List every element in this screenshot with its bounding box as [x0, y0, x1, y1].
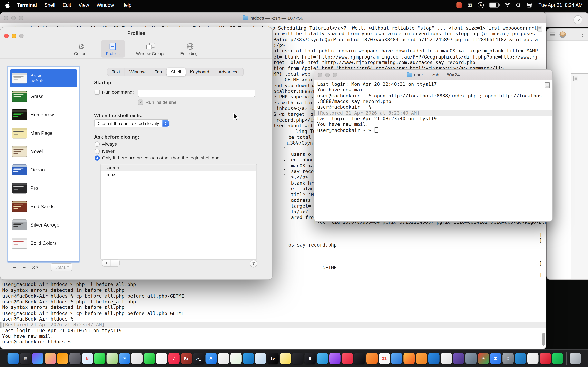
dock-icon-reminders[interactable] — [156, 353, 167, 364]
dock-icon-finder[interactable] — [7, 353, 18, 364]
profile-row-homebrew[interactable]: Homebrew — [10, 106, 77, 124]
user-titlebar[interactable]: user — -zsh — 80×24 — [314, 70, 552, 80]
dock-icon-slack[interactable] — [527, 353, 538, 364]
dock-icon-mail[interactable]: ✉ — [119, 353, 130, 364]
dock-icon-launchpad[interactable]: ▦ — [20, 353, 31, 364]
add-process-button[interactable]: + — [102, 259, 111, 267]
dock-icon-weather[interactable] — [391, 353, 402, 364]
dock-icon-tv[interactable]: tv — [267, 353, 278, 364]
dock-icon-image-capture[interactable] — [465, 353, 476, 364]
profile-row-red-sands[interactable]: Red Sands — [10, 197, 77, 216]
shell-exit-popup[interactable]: Close if the shell exited cleanly — [94, 119, 169, 127]
dock-icon-preview[interactable] — [255, 353, 266, 364]
profile-row-basic[interactable]: BasicDefault — [10, 69, 77, 87]
dock-icon-safari[interactable]: N — [81, 353, 93, 364]
terminal-settings-window[interactable]: Profiles ⚙GeneralProfilesWindow GroupsEn… — [0, 27, 273, 280]
dock-icon-textedit[interactable] — [440, 353, 452, 364]
minimize-button[interactable] — [11, 16, 16, 20]
dock-icon-chrome[interactable]: ◎ — [477, 353, 489, 364]
dock-icon-stocks[interactable] — [354, 353, 365, 364]
dock-icon-keynote[interactable] — [242, 353, 254, 364]
toolbar-general[interactable]: ⚙General — [69, 40, 93, 58]
dock-icon-filezilla[interactable]: Fz — [181, 353, 192, 364]
dock-icon-contacts[interactable] — [131, 353, 142, 364]
tab-text[interactable]: Text — [107, 68, 125, 76]
dock-icon-telegram[interactable] — [317, 353, 328, 364]
dock-icon-numbers[interactable] — [230, 353, 241, 364]
user-terminal-content[interactable]: Last login: Mon Apr 20 22:40:31 on ttys1… — [314, 80, 552, 221]
radio-always[interactable] — [95, 142, 100, 147]
dock-icon-mission-control[interactable] — [69, 353, 80, 364]
dock-icon-vscode[interactable] — [428, 353, 439, 364]
menu-edit[interactable]: Edit — [59, 2, 75, 8]
dock-icon-system-settings[interactable]: ⚙ — [502, 353, 513, 364]
profile-actions-menu-button[interactable]: ⊙ — [29, 264, 41, 271]
profile-row-novel[interactable]: Novel — [10, 142, 77, 161]
keyboard-brightness-icon[interactable]: ▦ — [467, 2, 472, 8]
toolbar-window-groups[interactable]: Window Groups — [132, 40, 169, 58]
menu-lines-icon[interactable] — [550, 34, 555, 35]
profile-row-solid-colors[interactable]: Solid Colors — [10, 234, 77, 252]
toolbar-encodings[interactable]: Encodings — [177, 40, 203, 58]
menu-view[interactable]: View — [75, 2, 93, 8]
more-options-icon[interactable]: ⋮ — [580, 32, 585, 37]
apple-menu-icon[interactable] — [5, 2, 10, 8]
radio-only-if[interactable] — [95, 155, 100, 161]
dock-icon-podcasts[interactable] — [329, 353, 340, 364]
process-row-screen[interactable]: screen — [101, 164, 256, 171]
dock-icon-github-desktop[interactable] — [453, 353, 464, 364]
dock-icon-bbedit[interactable]: B — [304, 353, 316, 364]
dock-icon-opera[interactable] — [539, 353, 551, 364]
app-badge-icon[interactable] — [456, 2, 462, 8]
close-button[interactable] — [318, 72, 322, 77]
radio-never[interactable] — [95, 149, 100, 154]
profile-row-ocean[interactable]: Ocean — [10, 161, 77, 179]
dock-icon-messages[interactable] — [94, 353, 105, 364]
tab-shell[interactable]: Shell — [167, 68, 186, 76]
control-center-icon[interactable] — [527, 3, 532, 8]
dock-icon-notes[interactable] — [279, 353, 291, 364]
dock-icon-music[interactable]: ♪ — [168, 353, 180, 364]
run-inside-shell-checkbox[interactable]: ✓ — [138, 100, 143, 105]
scrollbar-thumb[interactable] — [542, 333, 545, 346]
remove-process-button[interactable]: − — [111, 259, 120, 267]
add-profile-button[interactable]: + — [9, 264, 19, 271]
avatar[interactable] — [559, 31, 566, 38]
dock-icon-terminal-app[interactable]: >_ — [193, 353, 204, 364]
tab-keyboard[interactable]: Keyboard — [186, 68, 214, 76]
spotlight-icon[interactable] — [516, 3, 521, 8]
dock-icon-photos[interactable] — [44, 353, 56, 364]
help-button[interactable]: ? — [250, 260, 257, 267]
dock-icon-facetime[interactable] — [144, 353, 155, 364]
dock-icon-zoom[interactable]: Z — [490, 353, 501, 364]
dock-icon-home[interactable] — [416, 353, 427, 364]
run-command-checkbox[interactable] — [95, 90, 100, 95]
zoom-button[interactable] — [19, 16, 23, 20]
dock-icon-news[interactable] — [341, 353, 353, 364]
dock-icon-spotify[interactable] — [552, 353, 563, 364]
run-command-input[interactable] — [138, 90, 255, 97]
menu-shell[interactable]: Shell — [41, 2, 59, 8]
dock-icon-calculator[interactable]: = — [57, 353, 68, 364]
dock-icon-firefox[interactable] — [403, 353, 415, 364]
menu-help[interactable]: Help — [118, 2, 135, 8]
close-button[interactable] — [4, 16, 8, 20]
expand-chevron-button[interactable] — [573, 15, 582, 24]
dock-icon-photo-booth[interactable] — [292, 353, 303, 364]
process-row-tmux[interactable]: tmux — [101, 171, 256, 178]
battery-icon[interactable] — [489, 3, 499, 8]
terminal-window-user[interactable]: user — -zsh — 80×24 Last login: Mon Apr … — [314, 69, 553, 222]
dock-icon-app-store[interactable]: A — [205, 353, 217, 364]
menu-app-name[interactable]: Terminal — [13, 2, 40, 8]
minimize-button[interactable] — [325, 72, 329, 77]
htdocs-titlebar[interactable]: htdocs — -zsh — 187×56 — [0, 13, 546, 23]
play-circle-icon[interactable]: ▶ — [478, 2, 484, 8]
dock-icon-pages[interactable] — [218, 353, 229, 364]
profile-row-silver-aerogel[interactable]: Silver Aerogel — [10, 216, 77, 234]
default-profile-button[interactable]: Default — [51, 263, 72, 271]
wifi-icon[interactable] — [504, 3, 510, 8]
dock-icon-siri[interactable] — [32, 353, 43, 364]
toolbar-profiles[interactable]: Profiles — [101, 40, 125, 58]
profile-row-man-page[interactable]: Man Page — [10, 124, 77, 142]
remove-profile-button[interactable]: − — [19, 264, 29, 271]
